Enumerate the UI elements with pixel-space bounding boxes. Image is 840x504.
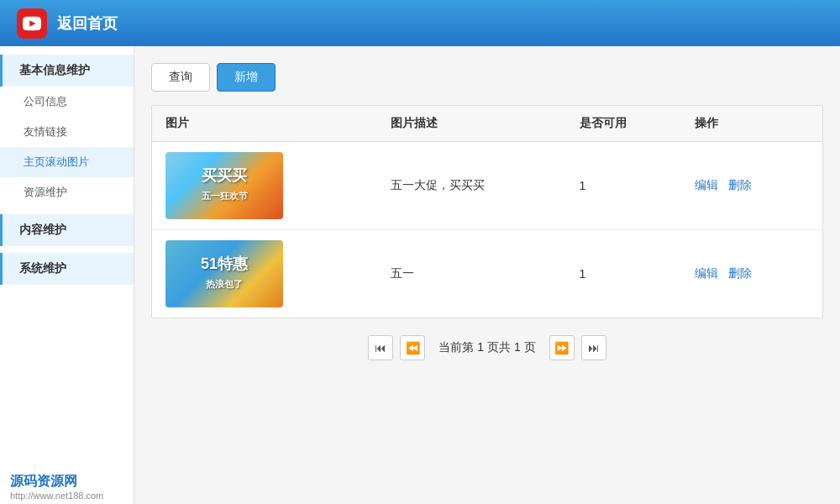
col-image: 图片 bbox=[152, 106, 377, 142]
page-first-button[interactable]: ⏮ bbox=[368, 335, 393, 360]
sidebar-item-links[interactable]: 友情链接 bbox=[0, 117, 134, 147]
page-prev-button[interactable]: ⏪ bbox=[400, 335, 425, 360]
image-2-text: 51特惠热浪包了 bbox=[197, 252, 251, 295]
data-table: 图片 图片描述 是否可用 操作 买买买五一狂欢节 五一大促，买买买 bbox=[151, 105, 823, 318]
sidebar-group-content: 内容维护 bbox=[0, 214, 134, 246]
image-1-text: 买买买五一狂欢节 bbox=[198, 164, 251, 207]
sidebar: 基本信息维护 公司信息 友情链接 主页滚动图片 资源维护 内容维护 系统维护 bbox=[0, 46, 134, 504]
main-layout: 基本信息维护 公司信息 友情链接 主页滚动图片 资源维护 内容维护 系统维护 查… bbox=[0, 46, 840, 504]
header: 返回首页 bbox=[0, 0, 840, 46]
watermark: 源码资源网 http://www.net188.com bbox=[0, 470, 113, 504]
logo-icon[interactable] bbox=[17, 8, 47, 39]
page-last-button[interactable]: ⏭ bbox=[581, 335, 606, 360]
col-action: 操作 bbox=[681, 106, 822, 142]
sidebar-group-title-content[interactable]: 内容维护 bbox=[0, 214, 134, 246]
query-button[interactable]: 查询 bbox=[151, 63, 210, 92]
cell-desc-2: 五一 bbox=[377, 230, 565, 318]
sidebar-group-title-basic[interactable]: 基本信息维护 bbox=[0, 55, 134, 87]
page-next-button[interactable]: ⏩ bbox=[549, 335, 575, 360]
cell-avail-1: 1 bbox=[566, 142, 681, 230]
sidebar-group-title-system[interactable]: 系统维护 bbox=[0, 253, 134, 285]
pagination: ⏮ ⏪ 当前第 1 页共 1 页 ⏩ ⏭ bbox=[151, 318, 823, 369]
toolbar: 查询 新增 bbox=[151, 63, 823, 92]
sidebar-item-slider[interactable]: 主页滚动图片 bbox=[0, 147, 134, 177]
col-available: 是否可用 bbox=[566, 106, 681, 142]
main-content: 查询 新增 图片 图片描述 是否可用 操作 bbox=[134, 46, 840, 504]
watermark-title: 源码资源网 bbox=[10, 473, 103, 491]
cell-image-1: 买买买五一狂欢节 bbox=[152, 142, 377, 230]
table-row: 51特惠热浪包了 五一 1 编辑 删除 bbox=[152, 230, 822, 318]
edit-link-2[interactable]: 编辑 bbox=[695, 266, 718, 280]
delete-link-1[interactable]: 删除 bbox=[728, 178, 752, 192]
col-description: 图片描述 bbox=[377, 106, 565, 142]
sidebar-item-resources[interactable]: 资源维护 bbox=[0, 177, 134, 207]
add-button[interactable]: 新增 bbox=[217, 63, 276, 92]
cell-image-2: 51特惠热浪包了 bbox=[152, 230, 377, 318]
sidebar-group-system: 系统维护 bbox=[0, 253, 134, 285]
delete-link-2[interactable]: 删除 bbox=[728, 266, 752, 280]
header-title: 返回首页 bbox=[57, 13, 118, 34]
table-row: 买买买五一狂欢节 五一大促，买买买 1 编辑 删除 bbox=[152, 142, 822, 230]
page-info: 当前第 1 页共 1 页 bbox=[432, 340, 542, 355]
cell-action-1: 编辑 删除 bbox=[681, 142, 822, 230]
cell-avail-2: 1 bbox=[566, 230, 681, 318]
edit-link-1[interactable]: 编辑 bbox=[695, 178, 718, 192]
sidebar-item-company[interactable]: 公司信息 bbox=[0, 87, 134, 117]
cell-desc-1: 五一大促，买买买 bbox=[377, 142, 565, 230]
table-header: 图片 图片描述 是否可用 操作 bbox=[152, 106, 822, 142]
sidebar-group-basic: 基本信息维护 公司信息 友情链接 主页滚动图片 资源维护 bbox=[0, 55, 134, 207]
image-1: 买买买五一狂欢节 bbox=[165, 152, 283, 219]
watermark-url: http://www.net188.com bbox=[10, 491, 103, 501]
cell-action-2: 编辑 删除 bbox=[681, 230, 822, 318]
image-2: 51特惠热浪包了 bbox=[165, 240, 283, 307]
